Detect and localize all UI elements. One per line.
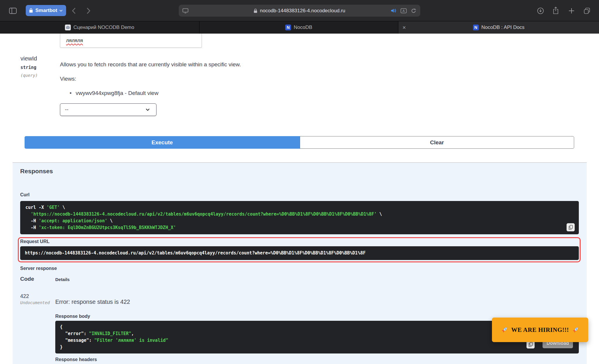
tab-label: Сценарий NOCODB Demo [73,25,134,30]
status-note: Undocumented [20,300,50,305]
copy-curl-button[interactable] [567,223,575,231]
tab-close-icon[interactable]: × [402,25,406,30]
server-response-label: Server response [20,266,57,271]
tab-label: NocoDB [294,25,312,30]
chevron-down-icon [146,108,150,111]
rocket-icon [572,326,579,334]
reload-icon[interactable] [411,5,416,17]
translate-icon[interactable]: A [400,5,407,17]
hiring-banner-text: WE ARE HIRING!!! [511,326,569,334]
sidebar-toggle-icon[interactable] [8,7,18,15]
response-details-header: Details [55,277,70,282]
nocodb-favicon: N [285,25,291,30]
nocodb-favicon: N [473,25,479,30]
chevron-down-icon [59,10,63,12]
views-label: Views: [60,76,76,82]
smartbot-icon [29,8,33,13]
param-description: Allows you to fetch records that are cur… [60,61,241,68]
responses-title: Responses [20,168,53,175]
where-filter-input[interactable]: ляляля [60,34,202,48]
back-button[interactable] [70,7,78,15]
forward-button[interactable] [84,7,92,15]
view-item-label: vwywv944xpwg8fja - Default view [76,90,159,96]
new-tab-icon[interactable] [567,7,576,15]
address-bar[interactable]: nocodb-1448383126-4.nocodecloud.ru A [179,5,420,17]
svg-text:A: A [402,9,405,13]
browser-toolbar: Smartbot nocodb-1448383126-4.nocodecloud… [0,0,599,21]
view-select-value: -- [65,107,68,113]
response-code-header: Code [20,276,34,282]
curl-label: Curl [20,192,30,197]
param-location: (query) [20,73,38,78]
share-icon[interactable] [552,6,560,15]
api-docs-page: ляляля viewId string (query) Allows you … [0,34,599,364]
view-select[interactable]: -- [60,103,156,116]
address-url: nocodb-1448383126-4.nocodecloud.ru [260,8,345,14]
tab-scenario-nocodb-demo[interactable]: Сценарий NOCODB Demo [0,21,199,34]
browser-window: Smartbot nocodb-1448383126-4.nocodecloud… [0,0,599,364]
address-text-group: nocodb-1448383126-4.nocodecloud.ru [179,5,420,17]
clipboard-icon [569,225,573,230]
scenario-favicon [65,25,71,30]
list-item-view: • vwywv944xpwg8fja - Default view [70,90,159,96]
smartbot-label: Smartbot [35,8,57,13]
downloads-icon[interactable] [536,7,545,15]
response-headers-label: Response headers [55,357,97,362]
filter-input-value: ляляля [66,38,83,44]
tab-overview-icon[interactable] [583,7,591,15]
status-code: 422 [20,293,29,299]
audio-speaker-icon[interactable] [390,5,396,17]
request-url-value: https://nocodb-1448383126-4.nocodecloud.… [20,246,579,260]
param-type: string [20,65,36,70]
tab-bar: Сценарий NOCODB Demo N NocoDB × N NocoDB… [0,21,599,34]
tab-nocodb[interactable]: N NocoDB [199,21,398,34]
clear-button[interactable]: Clear [300,136,574,149]
response-body-label: Response body [55,314,90,319]
execute-button[interactable]: Execute [25,136,300,149]
curl-code-block: curl -X 'GET' \ 'https://nocodb-14483831… [20,201,579,234]
clipboard-icon [529,342,533,347]
response-error-text: Error: response status is 422 [55,299,130,305]
tab-nocodb-api-docs[interactable]: × N NocoDB : API Docs [398,21,599,34]
lock-icon [254,8,257,13]
bullet: • [70,90,72,96]
rocket-icon [501,326,508,334]
smartbot-extension-button[interactable]: Smartbot [26,5,66,16]
tab-label: NocoDB : API Docs [481,25,524,30]
param-name: viewId [20,55,37,62]
request-url-label: Request URL [20,239,49,244]
hiring-banner[interactable]: WE ARE HIRING!!! [492,318,588,342]
